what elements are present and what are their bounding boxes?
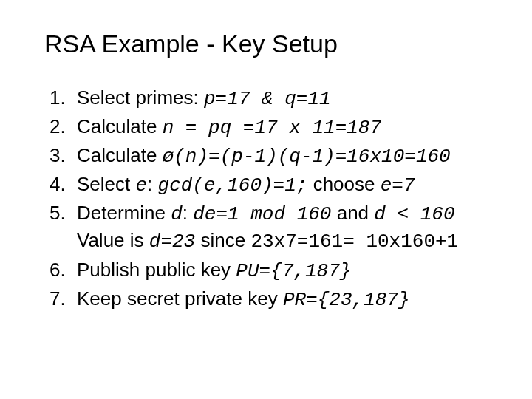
step-4-code2: e=7: [381, 174, 415, 197]
step-3-code: ø(n)=(p-1)(q-1)=16x10=160: [163, 146, 451, 168]
step-7-code: PR={23,187}: [283, 289, 410, 311]
step-5-mid3: since: [195, 229, 250, 251]
slide-title: RSA Example - Key Setup: [44, 30, 495, 58]
step-5-lead: Determine: [77, 202, 171, 224]
step-1-code: p=17 & q=11: [204, 88, 331, 110]
step-5-mid2: and: [331, 202, 374, 224]
step-5-mid: :: [183, 202, 193, 224]
step-1: Select primes: p=17 & q=11: [71, 85, 495, 112]
step-2-lead: Calculate: [77, 115, 163, 137]
step-5-var: d: [171, 203, 183, 225]
step-2-code: n = pq =17 x 11=187: [163, 117, 381, 139]
step-7: Keep secret private key PR={23,187}: [71, 286, 495, 313]
step-6-code: PU={7,187}: [236, 260, 351, 282]
step-4-code: gcd(e,160)=1;: [158, 174, 308, 197]
step-5-code4: 23x7=161= 10x160+1: [250, 231, 458, 253]
slide: RSA Example - Key Setup Select primes: p…: [0, 0, 532, 399]
step-5-code2: d < 160: [374, 203, 454, 225]
step-4-mid2: choose: [307, 173, 380, 195]
step-3: Calculate ø(n)=(p-1)(q-1)=16x10=160: [71, 143, 495, 170]
step-3-lead: Calculate: [77, 144, 163, 166]
step-5-code: de=1 mod 160: [193, 203, 331, 225]
step-2: Calculate n = pq =17 x 11=187: [71, 114, 495, 141]
step-1-lead: Select primes:: [77, 86, 204, 109]
step-5-line2a: Value is: [77, 229, 149, 251]
step-7-lead: Keep secret private key: [77, 287, 283, 310]
step-4-var: e: [136, 174, 148, 197]
step-4-lead: Select: [77, 173, 136, 195]
steps-list: Select primes: p=17 & q=11 Calculate n =…: [44, 85, 495, 313]
step-4-mid: :: [147, 173, 157, 195]
step-5: Determine d: de=1 mod 160 and d < 160 Va…: [71, 200, 495, 255]
step-5-code3: d=23: [149, 231, 195, 253]
step-4: Select e: gcd(e,160)=1; choose e=7: [71, 171, 495, 199]
step-6: Publish public key PU={7,187}: [71, 257, 495, 284]
step-6-lead: Publish public key: [77, 259, 236, 281]
